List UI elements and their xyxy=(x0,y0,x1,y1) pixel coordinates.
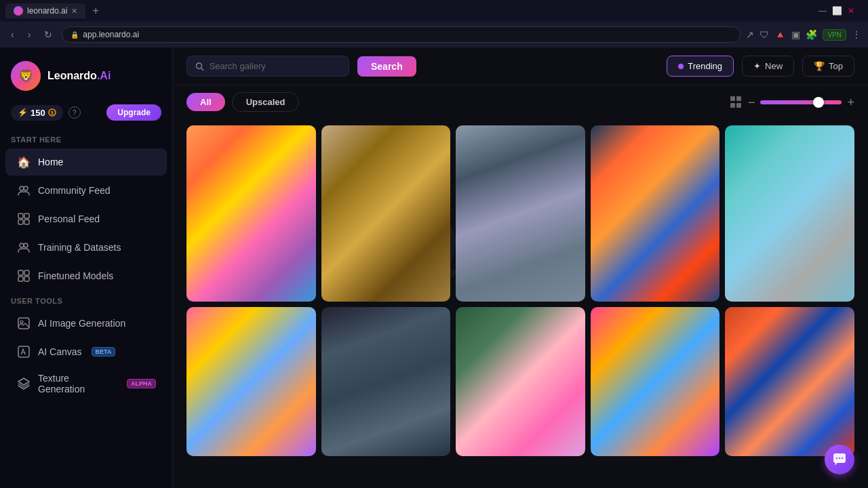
gallery-item-warrior[interactable]: ⌘ ✕ ⤢ xyxy=(456,125,585,302)
edit-btn-9[interactable]: ✕ xyxy=(695,312,714,331)
avatar: 🦁 xyxy=(11,61,41,91)
remix-btn-6[interactable]: ⌘ xyxy=(248,312,267,331)
edit-btn-2[interactable]: ✕ xyxy=(404,131,423,150)
share-icon[interactable]: ↗ xyxy=(746,29,754,40)
texture-label: Texture Generation xyxy=(38,373,117,394)
edit-btn-6[interactable]: ✕ xyxy=(270,312,289,331)
upscaled-filter-button[interactable]: Upscaled xyxy=(232,92,300,112)
gallery-item-lion[interactable]: ⌘ ⤢ xyxy=(186,125,316,302)
trending-dot xyxy=(678,64,684,69)
edit-btn-4[interactable]: ✕ xyxy=(673,131,692,150)
svg-text:🦁: 🦁 xyxy=(18,68,34,83)
gallery-item-koala[interactable]: ⌘ ✕ xyxy=(725,125,854,302)
remix-btn-3[interactable]: ⌘ xyxy=(517,131,536,150)
expand-btn-8[interactable]: ⤢ xyxy=(561,312,580,331)
sidebar-item-personal-feed[interactable]: Personal Feed xyxy=(5,205,167,232)
svg-point-11 xyxy=(24,243,28,247)
credits-value: 150 xyxy=(31,108,45,118)
extensions-icon[interactable]: 🧩 xyxy=(806,29,817,40)
expand-btn-10[interactable]: ⤢ xyxy=(830,312,849,331)
menu-icon[interactable]: ⋮ xyxy=(852,29,861,40)
expand-btn-6[interactable]: ⤢ xyxy=(292,312,311,331)
maximize-button[interactable]: ⬜ xyxy=(832,6,842,16)
lock-icon: 🔒 xyxy=(71,31,79,39)
upgrade-button[interactable]: Upgrade xyxy=(106,104,161,121)
sidebar-item-ai-image[interactable]: AI Image Generation xyxy=(5,310,167,337)
active-tab[interactable]: leonardo.ai ✕ xyxy=(5,3,85,18)
alpha-badge: ALPHA xyxy=(127,379,156,388)
svg-point-19 xyxy=(196,63,201,68)
all-filter-button[interactable]: All xyxy=(186,93,225,111)
home-label: Home xyxy=(38,157,63,167)
gallery-item-pink-hair[interactable]: ⌘ ✕ ⤢ xyxy=(456,307,585,456)
reload-button[interactable]: ↻ xyxy=(40,26,56,43)
tab-bar: leonardo.ai ✕ + — ⬜ ✕ xyxy=(0,0,868,22)
new-label: New xyxy=(765,61,783,71)
gallery-item-anime[interactable]: ⌘ ✕ ⤢ xyxy=(186,307,316,456)
svg-point-4 xyxy=(20,186,24,190)
sidebar-item-home[interactable]: 🏠 Home xyxy=(5,148,167,176)
search-input[interactable] xyxy=(210,61,340,71)
chat-icon xyxy=(832,452,847,467)
expand-btn-2[interactable]: ⤢ xyxy=(426,131,445,150)
gallery-item-hieroglyph[interactable]: ⌘ ✕ ⤢ xyxy=(321,125,451,302)
remix-btn-5[interactable]: ⌘ xyxy=(808,131,827,150)
sidebar-item-ai-canvas[interactable]: AI Canvas BETA xyxy=(5,338,167,365)
start-here-label: Start Here xyxy=(0,133,172,148)
sidebar-item-community-feed[interactable]: Community Feed xyxy=(5,177,167,204)
vpn-badge: VPN xyxy=(823,29,846,41)
svg-point-5 xyxy=(24,186,28,190)
home-icon: 🏠 xyxy=(16,155,31,169)
remix-btn-8[interactable]: ⌘ xyxy=(517,312,536,331)
zoom-in-button[interactable]: + xyxy=(847,96,854,108)
tab-close-button[interactable]: ✕ xyxy=(71,7,77,16)
logo-name: Leonardo xyxy=(47,70,97,81)
new-button[interactable]: ✦ New xyxy=(742,56,794,77)
edit-btn-7[interactable]: ✕ xyxy=(426,312,445,331)
zoom-out-button[interactable]: − xyxy=(748,96,755,108)
sidebar-item-training[interactable]: Training & Datasets xyxy=(5,234,167,261)
finetuned-icon xyxy=(16,268,31,283)
remix-btn-9[interactable]: ⌘ xyxy=(673,312,692,331)
svg-rect-7 xyxy=(24,214,29,218)
grid-controls: − + xyxy=(730,96,854,108)
gallery-item-colorful-face[interactable]: ⌘ ✕ xyxy=(591,307,720,456)
svg-rect-15 xyxy=(24,277,29,281)
credits-icon: ⚡ xyxy=(18,108,28,117)
svg-rect-6 xyxy=(18,214,23,218)
info-icon[interactable]: ? xyxy=(68,106,81,119)
grid-view-icon[interactable] xyxy=(730,96,743,108)
sidebar-item-finetuned[interactable]: Finetuned Models xyxy=(5,262,167,289)
gallery-item-flowers[interactable]: ⌘ ✕ ⤢ xyxy=(591,125,720,302)
edit-btn-5[interactable]: ✕ xyxy=(830,131,849,150)
top-label: Top xyxy=(829,61,843,71)
search-box[interactable] xyxy=(186,56,349,77)
sidebar-toggle[interactable]: ▣ xyxy=(791,29,800,40)
close-button[interactable]: ✕ xyxy=(848,6,854,16)
topbar: Search Trending ✦ New 🏆 Top xyxy=(173,47,868,85)
search-button[interactable]: Search xyxy=(357,56,416,77)
minimize-button[interactable]: — xyxy=(818,6,827,16)
forward-button[interactable]: › xyxy=(24,26,35,43)
address-bar[interactable]: 🔒 app.leonardo.ai xyxy=(62,26,741,43)
back-button[interactable]: ‹ xyxy=(7,26,18,43)
remix-btn-2[interactable]: ⌘ xyxy=(382,131,401,150)
search-icon xyxy=(195,62,204,71)
remix-btn-4[interactable]: ⌘ xyxy=(652,131,671,150)
gallery-item-floral[interactable]: ⤢ xyxy=(725,307,854,456)
trending-button[interactable]: Trending xyxy=(667,56,734,77)
expand-btn-4[interactable]: ⤢ xyxy=(695,131,714,150)
gallery-item-dark-fantasy[interactable]: ✕ xyxy=(321,307,451,456)
new-tab-button[interactable]: + xyxy=(88,3,102,18)
sidebar-item-texture[interactable]: Texture Generation ALPHA xyxy=(5,367,167,401)
expand-button[interactable]: ⤢ xyxy=(292,131,311,150)
top-button[interactable]: 🏆 Top xyxy=(802,56,854,77)
expand-btn-3[interactable]: ⤢ xyxy=(561,131,580,150)
edit-btn-3[interactable]: ✕ xyxy=(539,131,558,150)
edit-btn-8[interactable]: ✕ xyxy=(539,312,558,331)
ai-canvas-label: AI Canvas xyxy=(38,346,82,357)
remix-button[interactable]: ⌘ xyxy=(270,131,289,150)
svg-rect-13 xyxy=(24,270,29,275)
chat-bubble[interactable] xyxy=(825,445,854,474)
zoom-slider[interactable] xyxy=(760,100,842,104)
